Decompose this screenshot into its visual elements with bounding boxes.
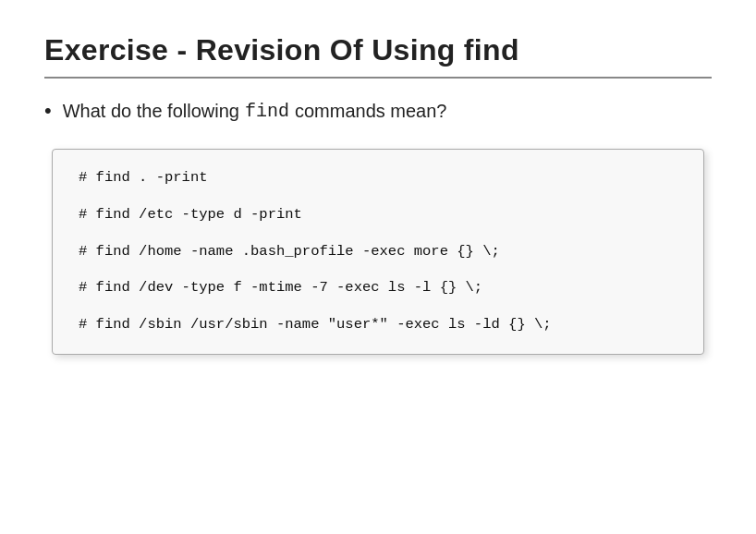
subtitle-text-before: What do the following xyxy=(63,101,239,122)
code-box: # find . -print # find /etc -type d -pri… xyxy=(52,149,704,355)
code-line-1: # find . -print xyxy=(79,170,677,187)
code-line-5: # find /sbin /usr/sbin -name "user*" -ex… xyxy=(79,317,677,334)
code-line-2: # find /etc -type d -print xyxy=(79,207,677,224)
slide: Exercise - Revision Of Using find • What… xyxy=(0,0,756,534)
title-divider xyxy=(44,77,712,79)
subtitle-text-after: commands mean? xyxy=(295,101,447,122)
page-title: Exercise - Revision Of Using find xyxy=(44,33,712,67)
bullet-point: • xyxy=(44,99,52,123)
subtitle-find-word: find xyxy=(245,101,289,122)
code-line-4: # find /dev -type f -mtime -7 -exec ls -… xyxy=(79,280,677,297)
code-line-3: # find /home -name .bash_profile -exec m… xyxy=(79,244,677,261)
subtitle: • What do the following find commands me… xyxy=(44,99,712,123)
